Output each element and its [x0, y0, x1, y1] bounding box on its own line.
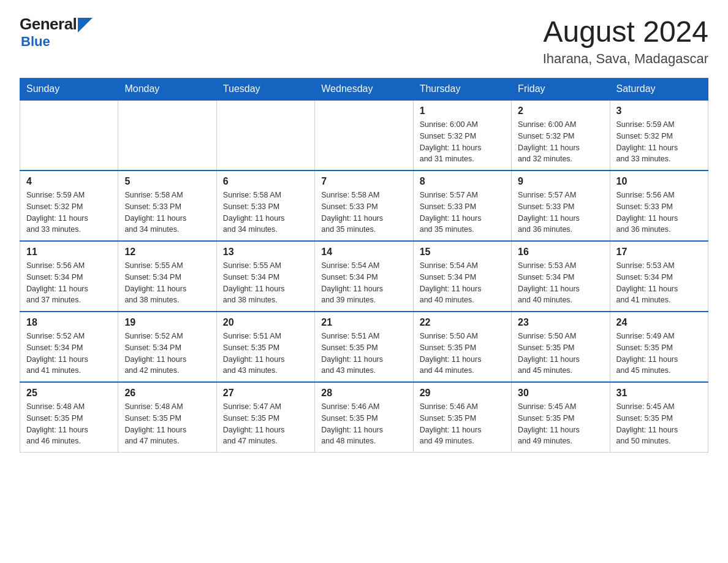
calendar-cell: 9Sunrise: 5:57 AMSunset: 5:33 PMDaylight…	[512, 170, 610, 241]
day-number: 18	[26, 317, 112, 328]
day-number: 19	[124, 317, 210, 328]
calendar-table: SundayMondayTuesdayWednesdayThursdayFrid…	[20, 78, 708, 453]
calendar-week-row-2: 4Sunrise: 5:59 AMSunset: 5:32 PMDaylight…	[20, 170, 708, 241]
day-number: 30	[518, 388, 603, 399]
day-number: 29	[420, 388, 505, 399]
day-number: 1	[420, 105, 505, 117]
day-number: 31	[616, 388, 702, 399]
day-info: Sunrise: 5:59 AMSunset: 5:32 PMDaylight:…	[26, 190, 112, 236]
day-number: 16	[518, 247, 603, 258]
day-info: Sunrise: 5:56 AMSunset: 5:34 PMDaylight:…	[26, 260, 112, 306]
calendar-cell: 22Sunrise: 5:50 AMSunset: 5:35 PMDayligh…	[413, 312, 511, 382]
calendar-header-wednesday: Wednesday	[315, 79, 413, 101]
calendar-week-row-3: 11Sunrise: 5:56 AMSunset: 5:34 PMDayligh…	[20, 241, 708, 312]
day-info: Sunrise: 5:45 AMSunset: 5:35 PMDaylight:…	[616, 401, 702, 447]
calendar-cell: 7Sunrise: 5:58 AMSunset: 5:33 PMDaylight…	[315, 170, 413, 241]
day-number: 5	[124, 176, 210, 187]
day-info: Sunrise: 5:46 AMSunset: 5:35 PMDaylight:…	[321, 401, 406, 447]
day-number: 13	[223, 247, 308, 258]
day-info: Sunrise: 5:48 AMSunset: 5:35 PMDaylight:…	[26, 401, 112, 447]
calendar-cell: 29Sunrise: 5:46 AMSunset: 5:35 PMDayligh…	[413, 382, 511, 453]
calendar-cell: 30Sunrise: 5:45 AMSunset: 5:35 PMDayligh…	[512, 382, 610, 453]
day-info: Sunrise: 5:46 AMSunset: 5:35 PMDaylight:…	[420, 401, 505, 447]
day-info: Sunrise: 5:58 AMSunset: 5:33 PMDaylight:…	[321, 190, 406, 236]
day-number: 10	[616, 176, 702, 187]
page-subtitle: Iharana, Sava, Madagascar	[543, 51, 708, 67]
day-info: Sunrise: 6:00 AMSunset: 5:32 PMDaylight:…	[518, 119, 603, 165]
day-info: Sunrise: 5:51 AMSunset: 5:35 PMDaylight:…	[321, 331, 406, 377]
calendar-header-tuesday: Tuesday	[216, 79, 314, 101]
calendar-header-friday: Friday	[512, 79, 610, 101]
day-info: Sunrise: 5:52 AMSunset: 5:34 PMDaylight:…	[124, 331, 210, 377]
day-info: Sunrise: 5:48 AMSunset: 5:35 PMDaylight:…	[124, 401, 210, 447]
calendar-cell: 13Sunrise: 5:55 AMSunset: 5:34 PMDayligh…	[216, 241, 314, 312]
day-number: 11	[26, 247, 112, 258]
calendar-cell	[118, 100, 216, 170]
calendar-cell: 23Sunrise: 5:50 AMSunset: 5:35 PMDayligh…	[512, 312, 610, 382]
title-block: August 2024 Iharana, Sava, Madagascar	[543, 15, 708, 67]
day-info: Sunrise: 5:51 AMSunset: 5:35 PMDaylight:…	[223, 331, 308, 377]
calendar-cell: 27Sunrise: 5:47 AMSunset: 5:35 PMDayligh…	[216, 382, 314, 453]
day-info: Sunrise: 6:00 AMSunset: 5:32 PMDaylight:…	[420, 119, 505, 165]
calendar-cell	[216, 100, 314, 170]
calendar-cell: 21Sunrise: 5:51 AMSunset: 5:35 PMDayligh…	[315, 312, 413, 382]
day-info: Sunrise: 5:47 AMSunset: 5:35 PMDaylight:…	[223, 401, 308, 447]
calendar-cell: 5Sunrise: 5:58 AMSunset: 5:33 PMDaylight…	[118, 170, 216, 241]
day-number: 14	[321, 247, 406, 258]
day-number: 17	[616, 247, 702, 258]
day-number: 6	[223, 176, 308, 187]
calendar-cell: 19Sunrise: 5:52 AMSunset: 5:34 PMDayligh…	[118, 312, 216, 382]
calendar-week-row-5: 25Sunrise: 5:48 AMSunset: 5:35 PMDayligh…	[20, 382, 708, 453]
calendar-header-thursday: Thursday	[413, 79, 511, 101]
calendar-cell: 11Sunrise: 5:56 AMSunset: 5:34 PMDayligh…	[20, 241, 118, 312]
day-info: Sunrise: 5:59 AMSunset: 5:32 PMDaylight:…	[616, 119, 702, 165]
day-number: 21	[321, 317, 406, 328]
day-info: Sunrise: 5:54 AMSunset: 5:34 PMDaylight:…	[420, 260, 505, 306]
page-title: August 2024	[543, 15, 708, 48]
calendar-cell: 14Sunrise: 5:54 AMSunset: 5:34 PMDayligh…	[315, 241, 413, 312]
calendar-cell: 12Sunrise: 5:55 AMSunset: 5:34 PMDayligh…	[118, 241, 216, 312]
calendar-cell: 1Sunrise: 6:00 AMSunset: 5:32 PMDaylight…	[413, 100, 511, 170]
day-number: 26	[124, 388, 210, 399]
calendar-week-row-1: 1Sunrise: 6:00 AMSunset: 5:32 PMDaylight…	[20, 100, 708, 170]
day-number: 15	[420, 247, 505, 258]
calendar-cell: 20Sunrise: 5:51 AMSunset: 5:35 PMDayligh…	[216, 312, 314, 382]
calendar-cell: 6Sunrise: 5:58 AMSunset: 5:33 PMDaylight…	[216, 170, 314, 241]
calendar-cell: 2Sunrise: 6:00 AMSunset: 5:32 PMDaylight…	[512, 100, 610, 170]
calendar-header-saturday: Saturday	[610, 79, 708, 101]
day-number: 22	[420, 317, 505, 328]
calendar-cell: 3Sunrise: 5:59 AMSunset: 5:32 PMDaylight…	[610, 100, 708, 170]
day-info: Sunrise: 5:50 AMSunset: 5:35 PMDaylight:…	[518, 331, 603, 377]
calendar-cell: 17Sunrise: 5:53 AMSunset: 5:34 PMDayligh…	[610, 241, 708, 312]
day-number: 23	[518, 317, 603, 328]
calendar-cell	[20, 100, 118, 170]
day-info: Sunrise: 5:58 AMSunset: 5:33 PMDaylight:…	[223, 190, 308, 236]
day-info: Sunrise: 5:57 AMSunset: 5:33 PMDaylight:…	[420, 190, 505, 236]
calendar-cell: 24Sunrise: 5:49 AMSunset: 5:35 PMDayligh…	[610, 312, 708, 382]
day-info: Sunrise: 5:52 AMSunset: 5:34 PMDaylight:…	[26, 331, 112, 377]
calendar-header-sunday: Sunday	[20, 79, 118, 101]
day-number: 3	[616, 105, 702, 117]
day-info: Sunrise: 5:53 AMSunset: 5:34 PMDaylight:…	[616, 260, 702, 306]
calendar-week-row-4: 18Sunrise: 5:52 AMSunset: 5:34 PMDayligh…	[20, 312, 708, 382]
day-number: 28	[321, 388, 406, 399]
logo-blue-text: Blue	[21, 34, 50, 50]
calendar-cell: 25Sunrise: 5:48 AMSunset: 5:35 PMDayligh…	[20, 382, 118, 453]
day-number: 2	[518, 105, 603, 117]
calendar-cell	[315, 100, 413, 170]
logo-triangle-icon	[78, 18, 93, 33]
calendar-cell: 16Sunrise: 5:53 AMSunset: 5:34 PMDayligh…	[512, 241, 610, 312]
day-number: 27	[223, 388, 308, 399]
calendar-header-row: SundayMondayTuesdayWednesdayThursdayFrid…	[20, 79, 708, 101]
day-number: 4	[26, 176, 112, 187]
calendar-header-monday: Monday	[118, 79, 216, 101]
calendar-cell: 18Sunrise: 5:52 AMSunset: 5:34 PMDayligh…	[20, 312, 118, 382]
day-info: Sunrise: 5:53 AMSunset: 5:34 PMDaylight:…	[518, 260, 603, 306]
day-info: Sunrise: 5:58 AMSunset: 5:33 PMDaylight:…	[124, 190, 210, 236]
day-number: 9	[518, 176, 603, 187]
calendar-cell: 31Sunrise: 5:45 AMSunset: 5:35 PMDayligh…	[610, 382, 708, 453]
day-number: 25	[26, 388, 112, 399]
calendar-cell: 4Sunrise: 5:59 AMSunset: 5:32 PMDaylight…	[20, 170, 118, 241]
day-info: Sunrise: 5:54 AMSunset: 5:34 PMDaylight:…	[321, 260, 406, 306]
calendar-cell: 10Sunrise: 5:56 AMSunset: 5:33 PMDayligh…	[610, 170, 708, 241]
